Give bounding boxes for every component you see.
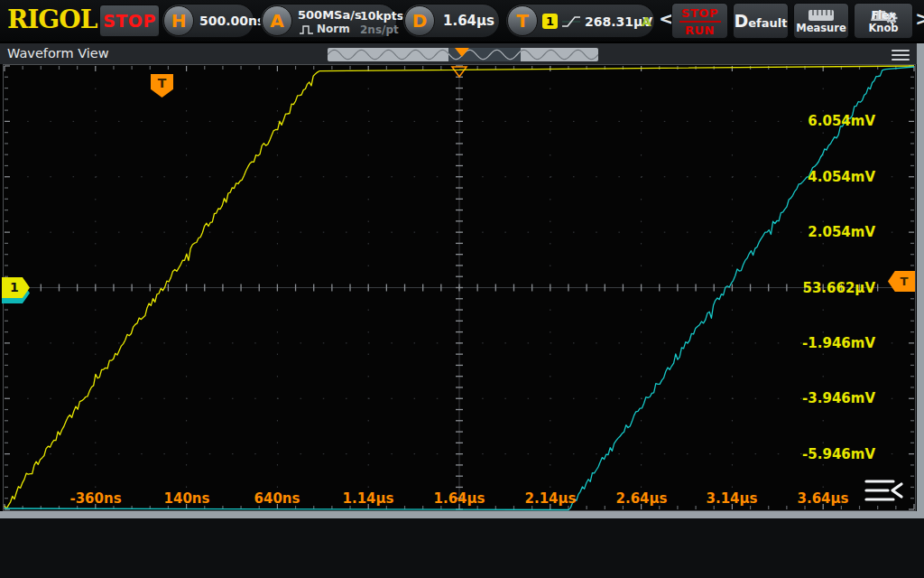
y-axis-label: 2.054mV <box>808 224 875 240</box>
toolbar-next-arrow[interactable]: > <box>915 7 924 30</box>
trigger-group[interactable]: T 1 268.31µV A <box>505 4 655 38</box>
acquisition-status-badge: STOP <box>99 5 160 37</box>
measure-button[interactable]: Measure <box>793 3 849 39</box>
horizontal-scale-group[interactable]: H 500.00ns/ <box>162 4 254 38</box>
top-toolbar: RIGOL STOP H 500.00ns/ A 500MSa/s Norm 1… <box>0 0 924 42</box>
x-axis-label: 1.14µs <box>343 490 394 507</box>
memory-position-overview[interactable] <box>328 48 598 61</box>
stop-run-label-stop: STOP <box>672 5 727 21</box>
time-per-point-value: 2ns/pt <box>360 23 399 36</box>
x-axis-label: 3.64µs <box>798 490 849 507</box>
horizontal-knob[interactable]: H <box>163 5 194 36</box>
x-axis-label: 140ns <box>164 490 210 507</box>
y-axis-label: 4.054mV <box>808 169 875 185</box>
x-axis-label: 2.14µs <box>525 490 577 507</box>
graticule-menu-icon[interactable] <box>864 479 904 506</box>
square-wave-icon <box>299 24 315 35</box>
y-axis-label: -5.946mV <box>802 446 875 462</box>
x-axis-label: 2.64µs <box>616 490 668 507</box>
bottom-bezel-strip <box>0 511 924 518</box>
measure-label: Measure <box>794 22 848 34</box>
acquire-knob[interactable]: A <box>262 5 292 36</box>
acquire-mode-value: Norm <box>317 23 350 35</box>
default-button[interactable]: Default <box>733 3 789 39</box>
flex-knob-button[interactable]: Flex Knob <box>854 3 913 39</box>
y-axis-label: -3.946mV <box>802 390 875 406</box>
delay-group[interactable]: D 1.64µs <box>402 4 500 38</box>
stop-run-button[interactable]: STOP RUN <box>671 3 728 39</box>
right-bezel-strip <box>917 43 924 518</box>
x-axis-label: 640ns <box>254 490 300 507</box>
horizontal-scale-value: 500.00ns/ <box>199 5 269 37</box>
waveform-view-title: Waveform View <box>7 43 109 64</box>
y-axis-label: -1.946mV <box>802 335 875 351</box>
default-label-rest: efault <box>748 16 787 30</box>
oscilloscope-screen: RIGOL STOP H 500.00ns/ A 500MSa/s Norm 1… <box>0 0 924 578</box>
graticule <box>3 64 916 511</box>
y-axis-label: 6.054mV <box>808 113 875 129</box>
memory-depth-value: 10kpts <box>360 9 403 23</box>
delay-knob[interactable]: D <box>404 5 435 36</box>
stop-run-label-run: RUN <box>672 23 727 38</box>
sample-rate-value: 500MSa/s <box>298 8 362 22</box>
flex-knob-label: Flex Knob <box>855 9 912 34</box>
channel-status-bar: R CH1 2.00mV/ Ω -53.66µV CH2 2.00mV/ -15… <box>0 518 924 578</box>
x-axis-label: 3.14µs <box>707 490 758 507</box>
rising-edge-icon <box>561 14 581 30</box>
y-axis-label: 53.662µV <box>802 280 875 296</box>
delay-value: 1.64µs <box>443 5 494 37</box>
trigger-knob[interactable]: T <box>507 5 538 36</box>
default-label-initial: D <box>735 11 749 31</box>
x-axis-label: -360ns <box>69 490 121 507</box>
acquire-group[interactable]: A 500MSa/s Norm 10kpts 2ns/pt <box>260 4 397 38</box>
waveform-view-menu-icon[interactable] <box>892 47 910 63</box>
ruler-icon <box>808 9 835 22</box>
trigger-sweep-mode: A <box>642 5 651 39</box>
trigger-source-badge: 1 <box>542 14 558 29</box>
rigol-logo: RIGOL <box>7 5 97 34</box>
x-axis-label: 1.64µs <box>434 490 485 507</box>
